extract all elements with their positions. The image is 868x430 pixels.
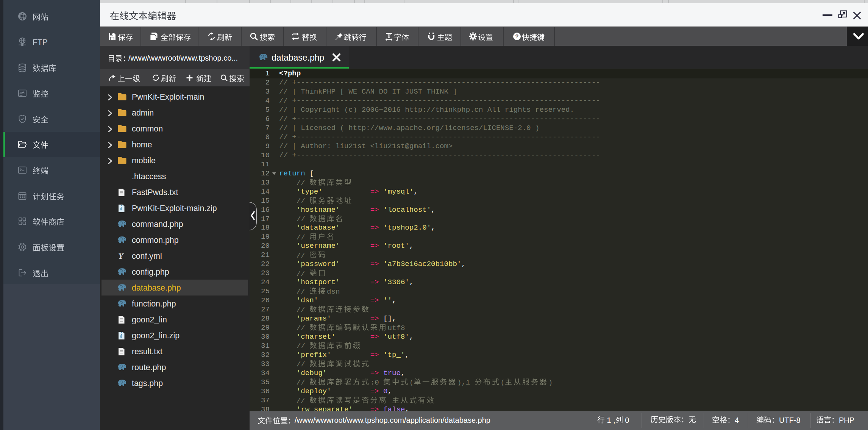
svg-text:Y: Y	[118, 252, 124, 260]
svg-text:?: ?	[515, 33, 519, 39]
